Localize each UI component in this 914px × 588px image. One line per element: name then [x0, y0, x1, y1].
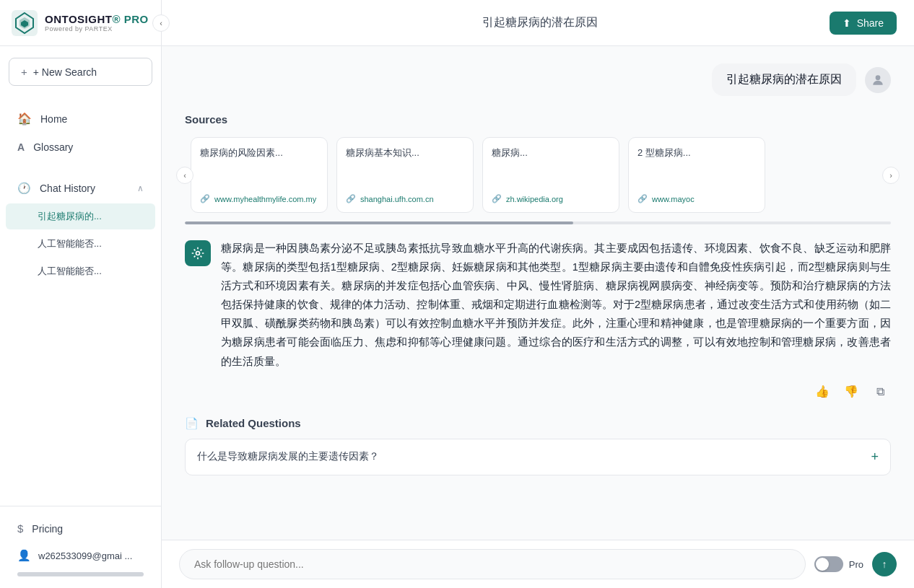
sidebar-item-glossary[interactable]: A Glossary [6, 134, 155, 160]
answer-actions: 👍 👎 ⧉ [221, 381, 891, 403]
source-title-2: 糖尿病... [492, 146, 610, 159]
answer-content: 糖尿病是一种因胰岛素分泌不足或胰岛素抵抗导致血糖水平升高的代谢疾病。其主要成因包… [221, 239, 891, 403]
svg-point-4 [876, 75, 881, 80]
share-button[interactable]: ⬆ Share [830, 12, 897, 35]
sidebar-scrollbar[interactable] [17, 572, 144, 576]
ontosight-logo-icon [12, 10, 38, 36]
sidebar-home-label: Home [40, 113, 67, 125]
share-icon: ⬆ [843, 17, 851, 29]
source-card-3[interactable]: 2 型糖尿病... 🔗 www.mayoc [628, 137, 765, 213]
chat-history-header[interactable]: 🕐 Chat History ∧ [6, 175, 155, 202]
sources-section: Sources ‹ 糖尿病的风险因素... 🔗 www.myhealthmyli… [185, 113, 891, 224]
query-row: 引起糖尿病的潜在原因 [185, 63, 891, 96]
source-card-0[interactable]: 糖尿病的风险因素... 🔗 www.myhealthmylife.com.my [191, 137, 328, 213]
chat-history-item-1[interactable]: 人工智能能否... [6, 231, 155, 257]
chat-history-icon: 🕐 [17, 182, 31, 195]
user-label: w262533099@gmai ... [38, 550, 132, 561]
user-icon: 👤 [17, 549, 31, 562]
sources-scroll-left-button[interactable]: ‹ [176, 167, 193, 184]
pricing-label: Pricing [32, 523, 63, 535]
source-card-1[interactable]: 糖尿病基本知识... 🔗 shanghai.ufh.com.cn [336, 137, 474, 213]
sidebar-bottom: $ Pricing 👤 w262533099@gmai ... [0, 506, 161, 588]
related-label: Related Questions [206, 417, 301, 429]
send-icon: ↑ [882, 558, 887, 570]
source-card-2[interactable]: 糖尿病... 🔗 zh.wikipedia.org [482, 137, 619, 213]
source-url-3: 🔗 www.mayoc [637, 194, 756, 203]
source-url-0: 🔗 www.myhealthmylife.com.my [200, 194, 318, 203]
related-icon: 📄 [185, 417, 199, 430]
sidebar-nav: 🏠 Home A Glossary [0, 97, 161, 167]
share-label: Share [857, 17, 884, 29]
chevron-down-icon: ∧ [137, 183, 144, 193]
source-url-1: 🔗 shanghai.ufh.com.cn [346, 194, 464, 203]
page-title: 引起糖尿病的潜在原因 [251, 15, 830, 30]
related-questions-header: 📄 Related Questions [185, 417, 891, 430]
thumbdown-button[interactable]: 👎 [840, 381, 862, 403]
answer-text: 糖尿病是一种因胰岛素分泌不足或胰岛素抵抗导致血糖水平升高的代谢疾病。其主要成因包… [221, 239, 891, 371]
pro-label: Pro [849, 559, 863, 570]
sources-scroll-fill [185, 221, 573, 224]
glossary-icon: A [17, 141, 25, 153]
sidebar-collapse-button[interactable]: ‹ [152, 14, 170, 32]
sources-label: Sources [185, 113, 891, 126]
sidebar-user[interactable]: 👤 w262533099@gmai ... [6, 542, 155, 569]
chat-history-item-0[interactable]: 引起糖尿病的... [6, 203, 155, 229]
new-search-button[interactable]: + + New Search [9, 58, 152, 86]
pricing-icon: $ [17, 522, 23, 535]
pro-toggle-wrapper: Pro [814, 556, 863, 572]
sources-scroll-track [185, 221, 891, 224]
copy-button[interactable]: ⧉ [869, 381, 891, 403]
answer-avatar [185, 240, 211, 266]
source-url-2: 🔗 zh.wikipedia.org [492, 194, 610, 203]
sources-cards: 糖尿病的风险因素... 🔗 www.myhealthmylife.com.my … [185, 134, 891, 216]
sources-scroll-wrapper: ‹ 糖尿病的风险因素... 🔗 www.myhealthmylife.com.m… [185, 134, 891, 216]
source-title-0: 糖尿病的风险因素... [200, 146, 318, 159]
sidebar-logo: ONTOSIGHT® PRO Powered by PARTEX [0, 0, 161, 46]
link-icon-1: 🔗 [346, 194, 356, 203]
user-avatar [865, 67, 891, 93]
source-title-3: 2 型糖尿病... [637, 146, 756, 159]
related-questions-section: 📄 Related Questions 什么是导致糖尿病发展的主要遗传因素？ + [185, 417, 891, 475]
main-header: 引起糖尿病的潜在原因 ⬆ Share [162, 0, 914, 46]
plus-icon: + [21, 66, 27, 78]
link-icon-2: 🔗 [492, 194, 502, 203]
related-question-text-0: 什么是导致糖尿病发展的主要遗传因素？ [197, 450, 379, 463]
main-panel: 引起糖尿病的潜在原因 ⬆ Share 引起糖尿病的潜在原因 Sources ‹ … [162, 0, 914, 588]
sidebar-glossary-label: Glossary [33, 141, 73, 153]
pro-toggle[interactable] [814, 556, 843, 572]
followup-input[interactable] [179, 549, 806, 579]
sidebar: ONTOSIGHT® PRO Powered by PARTEX ‹ + + N… [0, 0, 162, 588]
svg-point-5 [196, 252, 200, 255]
main-content: 引起糖尿病的潜在原因 Sources ‹ 糖尿病的风险因素... 🔗 www.m… [162, 46, 914, 540]
chat-history-section: 🕐 Chat History ∧ 引起糖尿病的... 人工智能能否... 人工智… [0, 173, 161, 286]
source-title-1: 糖尿病基本知识... [346, 146, 464, 159]
query-bubble: 引起糖尿病的潜在原因 [712, 63, 856, 96]
answer-row: 糖尿病是一种因胰岛素分泌不足或胰岛素抵抗导致血糖水平升高的代谢疾病。其主要成因包… [185, 239, 891, 403]
chat-history-item-2[interactable]: 人工智能能否... [6, 258, 155, 284]
sidebar-item-home[interactable]: 🏠 Home [6, 105, 155, 133]
related-plus-icon-0: + [871, 449, 879, 465]
answer-text-content: 糖尿病是一种因胰岛素分泌不足或胰岛素抵抗导致血糖水平升高的代谢疾病。其主要成因包… [221, 242, 891, 367]
send-button[interactable]: ↑ [872, 552, 897, 576]
logo-sub: Powered by PARTEX [45, 25, 149, 32]
thumbup-button[interactable]: 👍 [811, 381, 833, 403]
new-search-label: + New Search [33, 66, 97, 78]
chat-history-label: Chat History [40, 183, 95, 194]
logo-brand: ONTOSIGHT® PRO [45, 13, 149, 25]
logo-text: ONTOSIGHT® PRO Powered by PARTEX [45, 13, 149, 32]
sources-scroll-right-button[interactable]: › [882, 167, 900, 184]
link-icon-3: 🔗 [637, 194, 648, 203]
sidebar-item-pricing[interactable]: $ Pricing [6, 515, 155, 542]
followup-bar: Pro ↑ [162, 540, 914, 588]
related-question-0[interactable]: 什么是导致糖尿病发展的主要遗传因素？ + [185, 439, 891, 475]
link-icon-0: 🔗 [200, 194, 210, 203]
home-icon: 🏠 [17, 112, 32, 126]
